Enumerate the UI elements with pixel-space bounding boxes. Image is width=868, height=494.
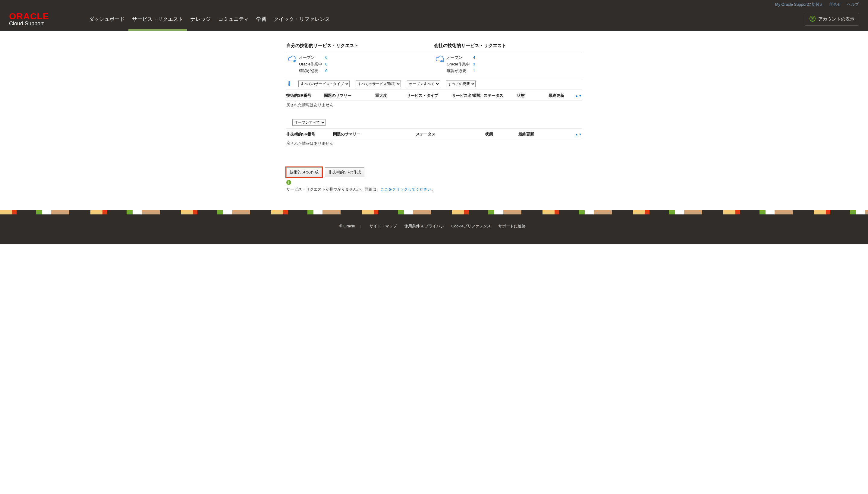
nav-quick-reference[interactable]: クイック・リファレンス <box>270 7 334 31</box>
svg-rect-6 <box>289 83 290 86</box>
filter-row-tech: すべてのサービス・タイプ すべてのサービス/環境 オープンすべて すべての更新 <box>286 78 582 90</box>
sort-desc-icon-2[interactable]: ▼ <box>579 133 582 136</box>
company-sr-section: 会社の技術的サービス・リクエスト オープン4 Oracle作業中3 確認が必要1 <box>434 43 582 78</box>
cloud-support-subtitle: Cloud Support <box>9 21 49 26</box>
col2-last-update: 最終更新 <box>518 132 534 137</box>
svg-point-5 <box>289 81 290 83</box>
filter-open-status[interactable]: オープンすべて <box>407 80 440 87</box>
sr-help-link[interactable]: ここをクリックしてください <box>380 187 431 191</box>
tech-sr-no-data: 戻された情報はありません <box>286 100 582 117</box>
company-open-label: オープン <box>447 54 473 61</box>
svg-point-3 <box>440 60 442 62</box>
cloud-person-icon <box>286 54 299 63</box>
decorative-strip <box>0 210 868 214</box>
col-severity: 重大度 <box>375 93 407 98</box>
company-sr-title: 会社の技術的サービス・リクエスト <box>434 43 582 51</box>
filter-nontech-open-status[interactable]: オープンすべて <box>292 119 326 126</box>
footer-support-link[interactable]: サポートに連絡 <box>498 224 526 228</box>
col-service-type: サービス・タイプ <box>407 93 452 98</box>
footer-sitemap-link[interactable]: サイト・マップ <box>370 224 397 228</box>
copyright: © Oracle <box>339 224 355 228</box>
company-wip-label: Oracle作業中 <box>447 61 473 68</box>
svg-point-4 <box>442 60 444 62</box>
col2-status: ステータス <box>416 132 485 137</box>
nontech-sr-no-data: 戻された情報はありません <box>286 139 582 155</box>
nav-dashboard[interactable]: ダッシュボード <box>85 7 129 31</box>
sort-controls-2: ▲ ▼ <box>575 133 582 136</box>
col-status: ステータス <box>484 93 517 98</box>
own-sr-title: 自分の技術的サービス・リクエスト <box>286 43 434 51</box>
nav-service-request[interactable]: サービス・リクエスト <box>129 7 187 31</box>
nav-knowledge[interactable]: ナレッジ <box>187 7 215 31</box>
company-open-value[interactable]: 4 <box>473 54 475 61</box>
own-wip-value[interactable]: 0 <box>325 61 327 68</box>
col-last-update: 最終更新 <box>549 93 564 98</box>
footer-cookie-link[interactable]: Cookieプリファレンス <box>452 224 491 228</box>
col2-sr-number: 非技術的SR番号 <box>286 132 333 137</box>
sr-not-found-info: サービス・リクエストが見つかりませんか。詳細は、ここをクリックしてください。 <box>286 187 582 192</box>
col-service-env: サービス名/環境 <box>452 93 484 98</box>
help-link[interactable]: ヘルプ <box>847 2 859 7</box>
footer-terms-link[interactable]: 使用条件 & プライバシ <box>404 224 444 228</box>
user-icon <box>809 15 818 23</box>
sort-controls: ▲ ▼ <box>575 94 582 97</box>
contact-link[interactable]: 問合せ <box>829 2 841 7</box>
own-open-value[interactable]: 0 <box>325 54 327 61</box>
brand-logo[interactable]: ORACLE Cloud Support <box>9 12 49 26</box>
create-tech-sr-button[interactable]: 技術的SRの作成 <box>286 167 322 177</box>
company-wip-value[interactable]: 3 <box>473 61 475 68</box>
col-summary: 問題のサマリー <box>324 93 375 98</box>
switch-mos-link[interactable]: My Oracle Supportに切替え <box>775 2 823 7</box>
filter-update[interactable]: すべての更新 <box>446 80 476 87</box>
oracle-wordmark: ORACLE <box>9 12 49 20</box>
company-confirm-value[interactable]: 1 <box>473 68 475 74</box>
main-nav: ダッシュボード サービス・リクエスト ナレッジ コミュニティ 学習 クイック・リ… <box>85 7 334 31</box>
own-open-label: オープン <box>299 54 325 61</box>
filter-service-type[interactable]: すべてのサービス・タイプ <box>298 80 350 87</box>
sort-desc-icon[interactable]: ▼ <box>579 94 582 97</box>
own-wip-label: Oracle作業中 <box>299 61 325 68</box>
col-sr-number: 技術的SR番号 <box>286 93 324 98</box>
account-label: アカウントの表示 <box>818 16 854 22</box>
col2-state: 状態 <box>485 132 518 137</box>
col2-summary: 問題のサマリー <box>333 132 416 137</box>
own-confirm-label: 確認が必要 <box>299 68 325 74</box>
company-confirm-label: 確認が必要 <box>447 68 473 74</box>
own-confirm-value[interactable]: 0 <box>325 68 327 74</box>
svg-point-1 <box>812 17 813 19</box>
own-sr-section: 自分の技術的サービス・リクエスト オープン0 Oracle作業中0 確認が必要0 <box>286 43 434 78</box>
create-nontech-sr-button[interactable]: 非技術的SRの作成 <box>325 167 364 177</box>
svg-point-2 <box>294 60 296 62</box>
nav-learn[interactable]: 学習 <box>253 7 270 31</box>
filter-service-env[interactable]: すべてのサービス/環境 <box>356 80 401 87</box>
account-button[interactable]: アカウントの表示 <box>805 13 859 26</box>
nontech-sr-table-header: 非技術的SR番号 問題のサマリー ステータス 状態 最終更新 ▲ ▼ <box>286 128 582 139</box>
sort-asc-icon-2[interactable]: ▲ <box>575 133 578 136</box>
cloud-people-icon <box>434 54 447 63</box>
footer: © Oracle | サイト・マップ 使用条件 & プライバシ Cookieプリ… <box>0 214 868 244</box>
tech-sr-table-header: 技術的SR番号 問題のサマリー 重大度 サービス・タイプ サービス名/環境 ステ… <box>286 90 582 100</box>
info-icon: i <box>286 180 291 185</box>
person-filter-icon[interactable] <box>286 81 292 87</box>
sort-asc-icon[interactable]: ▲ <box>575 94 578 97</box>
nav-community[interactable]: コミュニティ <box>215 7 253 31</box>
col-state: 状態 <box>517 93 549 98</box>
